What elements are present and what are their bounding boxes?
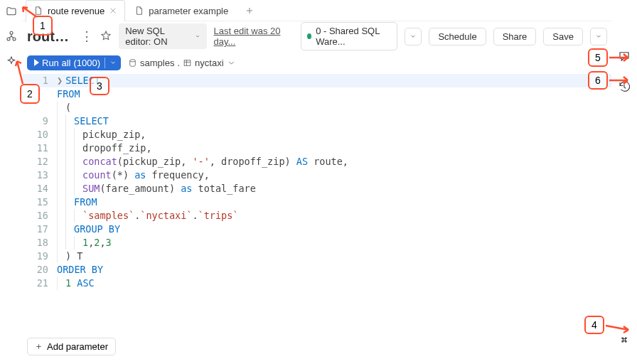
last-edit-link[interactable]: Last edit was 20 day... <box>214 26 287 47</box>
breadcrumb-db: samples <box>140 58 174 68</box>
status-dot-icon <box>307 33 311 39</box>
add-parameter-label: Add parameter <box>47 341 108 352</box>
callout-6: 6 <box>588 71 608 90</box>
new-sql-editor-toggle[interactable]: New SQL editor: ON <box>119 23 206 49</box>
cluster-caret[interactable] <box>405 28 422 46</box>
svg-point-0 <box>10 31 13 34</box>
code-area[interactable]: ❯SELECTFROM(SELECTpickup_zip,dropoff_zip… <box>57 74 611 290</box>
chevron-down-icon <box>195 33 200 40</box>
run-all-button[interactable]: Run all (1000) <box>27 55 121 70</box>
svg-point-3 <box>130 59 136 61</box>
callout-3: 3 <box>90 77 109 95</box>
sql-editor[interactable]: 19101112131415161718192021 ❯SELECTFROM(S… <box>23 74 611 364</box>
add-tab-button[interactable] <box>237 6 262 16</box>
tab-label: parameter example <box>149 6 228 16</box>
callout-4: 4 <box>584 316 604 334</box>
svg-rect-4 <box>184 60 191 65</box>
folder-icon[interactable] <box>6 6 17 19</box>
line-gutter: 19101112131415161718192021 <box>23 74 54 290</box>
chevron-down-icon <box>595 33 602 40</box>
add-parameter-button[interactable]: Add parameter <box>27 338 116 355</box>
plus-icon <box>35 343 43 350</box>
chevron-down-icon <box>410 33 417 40</box>
callout-2: 2 <box>20 84 40 104</box>
callout-1: 1 <box>33 16 53 36</box>
save-button[interactable]: Save <box>543 28 583 46</box>
tab-label: route revenue <box>48 6 105 16</box>
share-button[interactable]: Share <box>493 28 537 46</box>
shortcut-icon[interactable] <box>618 333 631 348</box>
schedule-button[interactable]: Schedule <box>429 28 486 46</box>
cluster-label: 0 - Shared SQL Ware... <box>316 26 391 47</box>
chevron-down-icon <box>109 59 117 66</box>
cluster-select[interactable]: 0 - Shared SQL Ware... <box>301 22 398 50</box>
breadcrumb-table: nyctaxi <box>195 58 223 68</box>
callout-5: 5 <box>588 48 608 67</box>
play-icon <box>34 59 39 66</box>
database-icon <box>128 58 137 68</box>
run-count: (1000) <box>73 58 100 68</box>
save-caret[interactable] <box>590 28 607 46</box>
schema-icon[interactable] <box>6 31 17 44</box>
file-icon <box>134 6 144 16</box>
chevron-down-icon <box>227 58 236 68</box>
kebab-menu-icon[interactable]: ⋮ <box>80 28 93 44</box>
run-label: Run all <box>42 58 70 68</box>
star-icon[interactable] <box>100 30 112 43</box>
close-icon[interactable] <box>109 6 117 15</box>
toggle-label: New SQL editor: ON <box>125 26 191 47</box>
tab-bar: route revenue parameter example <box>23 0 611 21</box>
breadcrumb[interactable]: samples . nyctaxi <box>128 58 236 68</box>
table-icon <box>183 58 192 68</box>
tab-parameter-example[interactable]: parameter example <box>127 0 236 21</box>
